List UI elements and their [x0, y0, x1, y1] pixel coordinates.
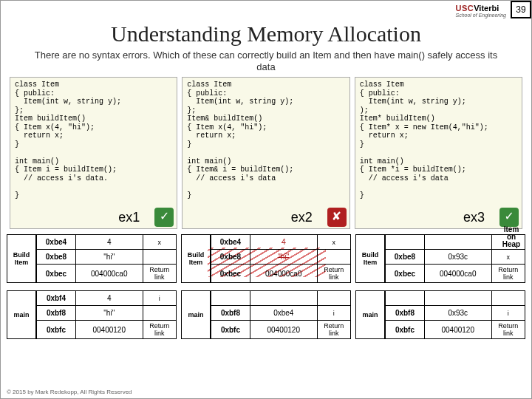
table-row: 0xbf44i [37, 291, 177, 306]
table-row: 0xbec004000ca0Return link [211, 265, 351, 283]
table-ex2-build: 0xbe44x 0xbe8"hi" 0xbec004000ca0Return l… [211, 234, 351, 283]
table-row: 0xbe80x93cx [386, 250, 525, 265]
table-row: 0xbec004000ca0Return link [386, 265, 525, 283]
table-row: 0xbe44x [211, 235, 351, 250]
code-ex3-text: class Item { public: Item(int w, string … [360, 81, 488, 200]
logo-name: Viterbi [474, 4, 499, 13]
logo-prefix: USC [456, 4, 474, 13]
memory-col-ex1: Build Item 0xbe44x 0xbe8"hi" 0xbec004000… [7, 234, 177, 339]
table-row [386, 291, 525, 306]
table-row: 0xbf80x93ci [386, 306, 525, 321]
page-title: Understanding Memory Allocation [1, 21, 531, 47]
memory-tables: Build Item 0xbe44x 0xbe8"hi" 0xbec004000… [1, 234, 531, 339]
main-label: main [7, 290, 36, 339]
ex2-label: ex2 [291, 210, 313, 225]
cross-icon: ✘ [327, 208, 347, 227]
table-row: 0xbe8"hi" [37, 250, 177, 265]
table-row: 0xbe44x [37, 235, 177, 250]
build-item-label: Build Item [181, 234, 211, 283]
table-ex1-build: 0xbe44x 0xbe8"hi" 0xbec004000ca0Return l… [36, 234, 177, 283]
build-item-label: Build Item [355, 234, 385, 283]
main-label: main [355, 290, 385, 339]
table-row [386, 235, 525, 250]
school-logo: USCViterbi School of Engineering [456, 4, 507, 18]
memory-col-ex2: Build Item 0xbe44x 0xbe8"hi" 0xbec004000… [181, 234, 351, 339]
top-bar: USCViterbi School of Engineering 39 [456, 1, 532, 18]
page-subtitle: There are no syntax errors. Which of the… [1, 50, 531, 72]
code-ex1: class Item { public: Item(int w, string … [10, 77, 177, 229]
table-row: 0xbe8"hi" [211, 250, 351, 265]
check-icon: ✓ [499, 208, 519, 227]
main-label: main [181, 290, 211, 339]
code-ex2: class Item { public: Item(int w, string … [182, 77, 349, 229]
ex1-label: ex1 [118, 210, 140, 225]
table-row: 0xbfc00400120Return link [37, 321, 177, 339]
code-ex3: class Item { public: Item(int w, string … [355, 77, 522, 229]
memory-col-ex3: Build Item 0xbe80x93cx 0xbec004000ca0Ret… [355, 234, 525, 339]
table-ex3-main: 0xbf80x93ci 0xbfc00400120Return link [385, 290, 525, 339]
ex3-label: ex3 [463, 210, 485, 225]
table-ex3-build: 0xbe80x93cx 0xbec004000ca0Return link [385, 234, 525, 283]
code-row: class Item { public: Item(int w, string … [1, 77, 531, 229]
page-number: 39 [511, 1, 531, 18]
build-item-label: Build Item [7, 234, 36, 283]
table-row: 0xbfc00400120Return link [386, 321, 525, 339]
table-ex1-main: 0xbf44i 0xbf8"hi" 0xbfc00400120Return li… [36, 290, 177, 339]
table-row: 0xbec004000ca0Return link [37, 265, 177, 283]
table-row: 0xbfc00400120Return link [211, 321, 351, 339]
code-ex1-text: class Item { public: Item(int w, string … [15, 81, 121, 200]
table-ex2-main: 0xbf80xbe4i 0xbfc00400120Return link [211, 290, 351, 339]
check-icon: ✓ [154, 208, 174, 227]
table-row: 0xbf8"hi" [37, 306, 177, 321]
code-ex2-text: class Item { public: Item(int w, string … [187, 81, 293, 200]
footer-copyright: © 2015 by Mark Redekopp, All Rights Rese… [7, 389, 132, 395]
logo-subline: School of Engineering [456, 13, 507, 18]
table-row [211, 291, 351, 306]
table-row: 0xbf80xbe4i [211, 306, 351, 321]
